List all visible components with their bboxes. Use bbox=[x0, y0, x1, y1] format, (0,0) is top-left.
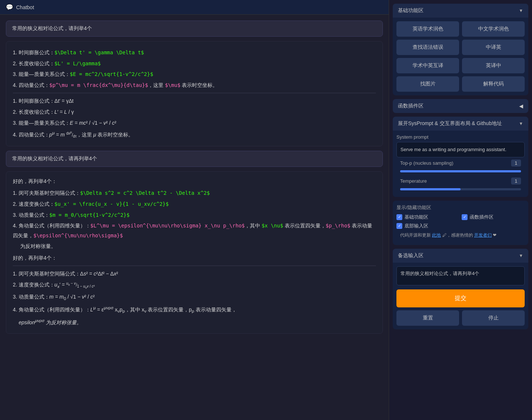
btn-find-image[interactable]: 找图片 bbox=[396, 76, 459, 92]
formula-rendered-1: 1. 时间膨胀公式：Δt′ = γΔt bbox=[13, 96, 376, 106]
formula2-raw-1: 1. 闵可夫斯基时空间隔公式：$\Delta s^2 = c^2 \Delta … bbox=[13, 188, 376, 198]
basic-functions-header[interactable]: 基础功能区 ▼ bbox=[393, 4, 528, 18]
button-grid: 英语学术润色 中文学术润色 查找语法错误 中译英 学术中英互译 英译中 找图片 … bbox=[396, 21, 525, 92]
top-p-value: 1 bbox=[511, 160, 521, 167]
stop-button[interactable]: 停止 bbox=[462, 310, 525, 326]
basic-functions-section: 基础功能区 ▼ 英语学术润色 中文学术润色 查找语法错误 中译英 学术中英互译 … bbox=[393, 4, 528, 95]
formula-raw-3: 3. 能量—质量关系公式：$E = mc^2/\sqrt{1-v^2/c^2}$ bbox=[13, 69, 376, 79]
checkbox-plugin-icon[interactable]: ✓ bbox=[462, 214, 468, 220]
submit-button[interactable]: 提交 bbox=[396, 289, 525, 307]
checkbox-plugin: ✓ 函数插件区 bbox=[462, 214, 525, 220]
btn-explain-code[interactable]: 解释代码 bbox=[462, 76, 525, 92]
sysprompt-arrow: ▼ bbox=[519, 121, 523, 126]
formula-raw-4: 4. 四动量公式：$p^\mu = m \frac{dx^\mu}{d\tau}… bbox=[13, 80, 376, 90]
basic-functions-body: 英语学术润色 中文学术润色 查找语法错误 中译英 学术中英互译 英译中 找图片 … bbox=[393, 18, 528, 95]
backup-input-section: 备选输入区 ▼ 常用的狭义相对论公式，请再列举4个 提交 重置 停止 bbox=[393, 249, 528, 329]
plugin-section-header[interactable]: 函数插件区 ◀ bbox=[393, 99, 528, 113]
btn-zh-to-en[interactable]: 中译英 bbox=[462, 40, 525, 55]
backup-section-header[interactable]: 备选输入区 ▼ bbox=[393, 249, 528, 263]
display-title: 显示/隐藏功能区 bbox=[396, 204, 525, 211]
top-p-label: Top-p (nucleus sampling) bbox=[400, 160, 453, 166]
formula-rendered-2: 2. 长度收缩公式：L′ = L / γ bbox=[13, 107, 376, 117]
temperature-slider-container bbox=[396, 187, 525, 193]
temperature-slider-fill bbox=[400, 188, 461, 190]
formula2-rendered-4: 4. 角动量公式（利用四维矢量）：Lμ = εμνρσ xνpρ，其中 xν 表… bbox=[13, 304, 376, 315]
top-p-slider-fill bbox=[400, 170, 521, 172]
checkbox-plugin-label: 函数插件区 bbox=[470, 214, 494, 220]
formula2-rendered-2: 2. 速度变换公式：ux′ = ux − v/1 − uxv / c² bbox=[13, 280, 376, 291]
user-message-1: 常用的狭义相对论公式，请列举4个 bbox=[6, 21, 383, 37]
header-bar: 💬 Chatbot bbox=[0, 0, 389, 15]
btn-academic-translate[interactable]: 学术中英互译 bbox=[396, 58, 459, 73]
assistant-message-2: 好的，再列举4个： 1. 闵可夫斯基时空间隔公式：$\Delta s^2 = c… bbox=[6, 171, 383, 334]
left-panel: 💬 Chatbot 常用的狭义相对论公式，请列举4个 1. 时间膨胀公式：$\D… bbox=[0, 0, 389, 420]
bottom-buttons: 重置 停止 bbox=[396, 310, 525, 326]
plugin-arrow: ◀ bbox=[519, 103, 523, 109]
checkbox-bottom-icon[interactable]: ✓ bbox=[396, 223, 402, 229]
assistant-intro: 好的，再列举4个： bbox=[13, 177, 376, 186]
system-prompt-box[interactable]: Serve me as a writing and programming as… bbox=[396, 142, 525, 157]
btn-en-to-zh[interactable]: 英译中 bbox=[462, 58, 525, 73]
formula-raw-1: 1. 时间膨胀公式：$\Delta t' = \gamma \Delta t$ bbox=[13, 48, 376, 58]
temperature-row: Temperature 1 bbox=[396, 175, 525, 187]
source-link[interactable]: 此地 bbox=[432, 233, 441, 238]
display-section: 显示/隐藏功能区 ✓ 基础功能区 ✓ 函数插件区 ✓ 底部输入区 代码开源和更新… bbox=[393, 201, 528, 245]
btn-find-grammar[interactable]: 查找语法错误 bbox=[396, 40, 459, 55]
system-prompt-label: System prompt bbox=[396, 134, 525, 140]
formula-rendered-3: 3. 能量—质量关系公式：E = mc² / √1 − v² / c² bbox=[13, 118, 376, 128]
reset-button[interactable]: 重置 bbox=[396, 310, 459, 326]
top-p-row: Top-p (nucleus sampling) 1 bbox=[396, 157, 525, 169]
user-message-2: 常用的狭义相对论公式，请再列举4个 bbox=[6, 151, 383, 167]
link-row: 代码开源和更新 此地 🖊，感谢热情的 开发者们 ❤ bbox=[396, 229, 525, 241]
chat-area[interactable]: 常用的狭义相对论公式，请列举4个 1. 时间膨胀公式：$\Delta t' = … bbox=[0, 15, 389, 420]
temperature-slider-track[interactable] bbox=[400, 188, 521, 190]
checkbox-grid: ✓ 基础功能区 ✓ 函数插件区 ✓ 底部输入区 bbox=[396, 214, 525, 229]
checkbox-basic-label: 基础功能区 bbox=[404, 214, 428, 220]
chat-icon: 💬 bbox=[6, 4, 13, 11]
plugin-section: 函数插件区 ◀ bbox=[393, 99, 528, 113]
temperature-label: Temperature bbox=[400, 178, 427, 184]
devs-link[interactable]: 开发者们 bbox=[474, 233, 492, 238]
checkbox-bottom-label: 底部输入区 bbox=[404, 223, 428, 229]
btn-english-polish[interactable]: 英语学术润色 bbox=[396, 21, 459, 37]
formula-raw-2: 2. 长度收缩公式：$L' = L/\gamma$ bbox=[13, 59, 376, 69]
backup-arrow: ▼ bbox=[519, 253, 523, 258]
checkbox-bottom-input: ✓ 底部输入区 bbox=[396, 223, 459, 229]
formula-rendered-4: 4. 四动量公式：pμ = m dxμ/dτ，这里 μ 表示时空坐标。 bbox=[13, 129, 376, 140]
formula2-raw-2: 2. 速度变换公式：$u_x' = \frac{u_x - v}{1 - u_x… bbox=[13, 199, 376, 209]
checkbox-basic-icon[interactable]: ✓ bbox=[396, 214, 402, 220]
assistant-message-1: 1. 时间膨胀公式：$\Delta t' = \gamma \Delta t$ … bbox=[6, 41, 383, 146]
right-panel: 基础功能区 ▼ 英语学术润色 中文学术润色 查找语法错误 中译英 学术中英互译 … bbox=[389, 0, 532, 420]
backup-body: 常用的狭义相对论公式，请再列举4个 提交 重置 停止 bbox=[393, 263, 528, 329]
top-p-slider-track[interactable] bbox=[400, 170, 521, 172]
temperature-value: 1 bbox=[511, 178, 521, 185]
formula2-raw-4: 4. 角动量公式（利用四维矢量）：$L^\mu = \epsilon^{\mu\… bbox=[13, 221, 376, 240]
basic-functions-arrow: ▼ bbox=[519, 8, 523, 13]
display-body: 显示/隐藏功能区 ✓ 基础功能区 ✓ 函数插件区 ✓ 底部输入区 代码开源和更新… bbox=[393, 201, 528, 245]
formula2-raw-3: 3. 动质量公式：$m = m_0/\sqrt{1-v^2/c^2}$ bbox=[13, 210, 376, 220]
backup-input-field[interactable]: 常用的狭义相对论公式，请再列举4个 bbox=[396, 266, 525, 285]
checkbox-basic: ✓ 基础功能区 bbox=[396, 214, 459, 220]
formula2-rendered-1: 1. 闵可夫斯基时空间隔公式：Δs² = c²Δt² − Δx² bbox=[13, 269, 376, 279]
btn-chinese-polish[interactable]: 中文学术润色 bbox=[462, 21, 525, 37]
sysprompt-section: 展开SysPrompt & 交互界面布局 & Github地址 ▼ System… bbox=[393, 117, 528, 197]
top-p-slider-container bbox=[396, 169, 525, 175]
sysprompt-header[interactable]: 展开SysPrompt & 交互界面布局 & Github地址 ▼ bbox=[393, 117, 528, 131]
formula2-rendered-3: 3. 动质量公式：m = m0 / √1 − v² / c² bbox=[13, 292, 376, 303]
header-title: Chatbot bbox=[16, 4, 34, 10]
system-prompt-body: System prompt Serve me as a writing and … bbox=[393, 131, 528, 197]
